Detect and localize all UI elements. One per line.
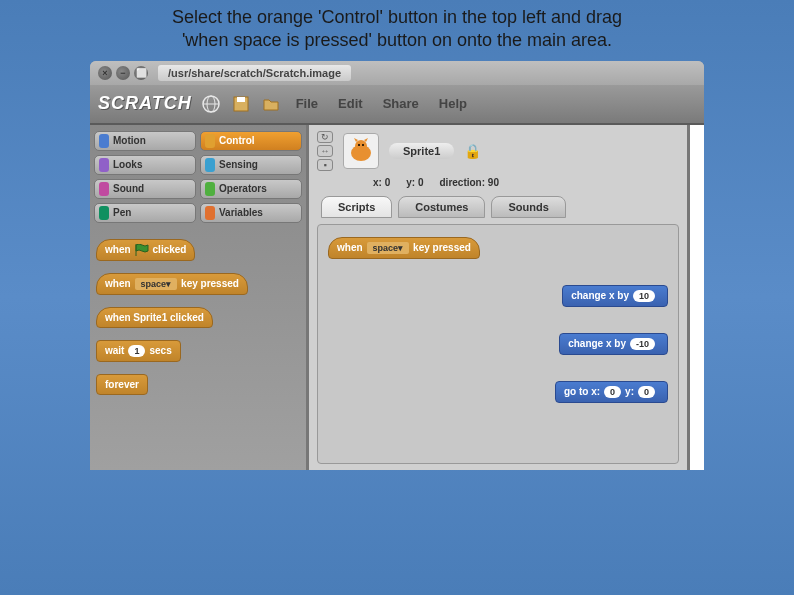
globe-icon[interactable] (200, 93, 222, 115)
minimize-icon[interactable]: − (116, 66, 130, 80)
category-pen[interactable]: Pen (94, 203, 196, 223)
scratch-window: × − ⬜ /usr/share/scratch/Scratch.image S… (90, 61, 704, 470)
category-sound[interactable]: Sound (94, 179, 196, 199)
sprite-tabs: Scripts Costumes Sounds (317, 196, 679, 218)
cat-icon (346, 136, 376, 166)
menu-edit[interactable]: Edit (332, 96, 369, 111)
window-path: /usr/share/scratch/Scratch.image (158, 65, 351, 81)
maximize-icon[interactable]: ⬜ (134, 66, 148, 80)
tab-scripts[interactable]: Scripts (321, 196, 392, 218)
category-looks[interactable]: Looks (94, 155, 196, 175)
sprite-thumbnail[interactable] (343, 133, 379, 169)
key-dropdown[interactable]: space▾ (135, 278, 178, 290)
block-wait[interactable]: wait 1 secs (96, 340, 181, 362)
window-titlebar: × − ⬜ /usr/share/scratch/Scratch.image (90, 61, 704, 85)
script-hat-when-key[interactable]: when space▾ key pressed (328, 237, 480, 259)
category-motion[interactable]: Motion (94, 131, 196, 151)
script-change-x-2[interactable]: change x by -10 (559, 333, 668, 355)
block-forever[interactable]: forever (96, 374, 148, 395)
scratch-logo: SCRATCH (98, 93, 192, 114)
lock-icon[interactable]: 🔒 (464, 143, 481, 159)
category-sensing[interactable]: Sensing (200, 155, 302, 175)
open-icon[interactable] (260, 93, 282, 115)
sprite-header: ↻ ↔ ▪ Sprite1 🔒 (317, 131, 679, 171)
category-variables[interactable]: Variables (200, 203, 302, 223)
block-when-sprite-clicked[interactable]: when Sprite1 clicked (96, 307, 213, 328)
app-content: Motion Control Looks Sensing Sound Opera… (90, 125, 704, 470)
blocks-panel: Motion Control Looks Sensing Sound Opera… (90, 125, 306, 470)
instruction-text: Select the orange 'Control' button in th… (0, 0, 794, 61)
green-flag-icon (135, 244, 149, 256)
tab-costumes[interactable]: Costumes (398, 196, 485, 218)
stage-panel-edge (690, 125, 704, 470)
category-control[interactable]: Control (200, 131, 302, 151)
sprite-name-field[interactable]: Sprite1 (389, 143, 454, 159)
dot-icon[interactable]: ▪ (317, 159, 333, 171)
flip-icon[interactable]: ↔ (317, 145, 333, 157)
scripts-area[interactable]: when space▾ key pressed change x by 10 c… (317, 224, 679, 464)
svg-rect-4 (237, 97, 245, 102)
sprite-coords: x: 0 y: 0 direction: 90 (373, 177, 679, 188)
tab-sounds[interactable]: Sounds (491, 196, 565, 218)
rotate-icon[interactable]: ↻ (317, 131, 333, 143)
sprite-tools: ↻ ↔ ▪ (317, 131, 333, 171)
category-grid: Motion Control Looks Sensing Sound Opera… (94, 131, 302, 223)
app-toolbar: SCRATCH File Edit Share Help (90, 85, 704, 125)
close-icon[interactable]: × (98, 66, 112, 80)
menu-file[interactable]: File (290, 96, 324, 111)
block-when-key-pressed[interactable]: when space▾ key pressed (96, 273, 248, 295)
save-icon[interactable] (230, 93, 252, 115)
svg-point-6 (355, 140, 367, 152)
menu-help[interactable]: Help (433, 96, 473, 111)
script-change-x-1[interactable]: change x by 10 (562, 285, 668, 307)
key-dropdown[interactable]: space▾ (367, 242, 410, 254)
svg-point-8 (362, 144, 364, 146)
menu-share[interactable]: Share (377, 96, 425, 111)
block-palette: when clicked when space▾ key pressed whe… (94, 235, 302, 411)
sprite-panel: ↻ ↔ ▪ Sprite1 🔒 x: 0 y: 0 direction: 90 … (306, 125, 690, 470)
block-when-flag-clicked[interactable]: when clicked (96, 239, 195, 261)
category-operators[interactable]: Operators (200, 179, 302, 199)
script-goto-xy[interactable]: go to x: 0 y: 0 (555, 381, 668, 403)
svg-point-7 (358, 144, 360, 146)
